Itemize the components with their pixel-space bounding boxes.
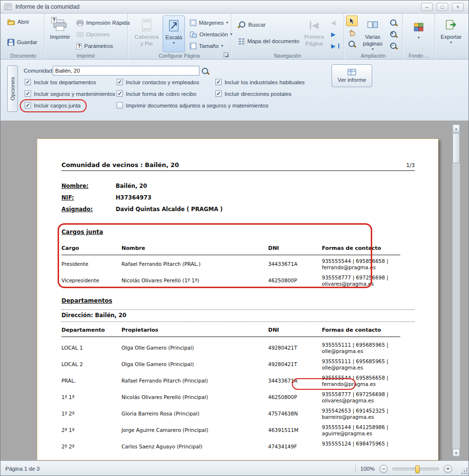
comunidad-input[interactable] bbox=[53, 66, 199, 76]
scale-button[interactable]: Escala ▾ bbox=[163, 15, 185, 52]
parameters-button[interactable]: ? Parámetros bbox=[75, 41, 115, 51]
search-button[interactable]: Buscar bbox=[236, 19, 268, 30]
zoom-in-button[interactable]: + bbox=[388, 29, 399, 40]
zoom-button[interactable] bbox=[388, 17, 399, 28]
group-label-navegacion: Navegación bbox=[231, 53, 344, 59]
margins-label: Márgenes bbox=[199, 20, 224, 26]
checkbox-incluir-departamentos[interactable]: ✓ Incluir los departamentos bbox=[25, 79, 96, 85]
header-footer-label: Cabecera y Pie bbox=[133, 34, 161, 47]
last-page-button[interactable]: ▶ bbox=[329, 41, 341, 51]
options-panel: Opciones Comunidad: ✓ Incluir los depart… bbox=[0, 60, 469, 121]
scroll-up-icon[interactable]: ▲ bbox=[453, 124, 460, 132]
zoom-out-button[interactable]: − bbox=[388, 41, 399, 51]
group-label-configurar: Configurar Página bbox=[128, 53, 231, 59]
close-icon[interactable]: × bbox=[452, 3, 464, 11]
multiple-pages-button[interactable]: Varias páginas ▾ bbox=[360, 15, 386, 52]
magnifier-icon bbox=[390, 19, 397, 27]
comunidad-label: Comunidad: bbox=[24, 68, 54, 74]
report-field-nif: NIF: H37364973 bbox=[61, 194, 352, 201]
page-info: Página 1 de 3 bbox=[5, 466, 40, 472]
report-field-asignado: Asignado: David Quintas Alcalde ( PRAGMA… bbox=[61, 206, 352, 213]
column-header: Propietarios bbox=[121, 327, 158, 333]
ribbon-group-documento: Abrir Guardar Documento bbox=[2, 14, 45, 60]
column-header: Departamento bbox=[61, 327, 105, 333]
size-button[interactable]: Tamaño ▾ bbox=[188, 41, 225, 51]
margins-button[interactable]: Márgenes ▾ bbox=[188, 17, 230, 28]
orientation-button[interactable]: Orientación ▾ bbox=[188, 29, 234, 40]
resize-grip-icon[interactable] bbox=[461, 468, 468, 475]
folder-open-icon bbox=[7, 18, 15, 25]
export-button[interactable]: Exportar ▾ bbox=[439, 15, 464, 52]
search-icon bbox=[238, 21, 246, 29]
hand-tool-button[interactable] bbox=[346, 27, 358, 38]
comunidad-search-button[interactable] bbox=[200, 66, 211, 76]
pointer-tool-button[interactable] bbox=[346, 15, 358, 26]
print-options-button[interactable]: Opciones bbox=[75, 29, 112, 40]
direccion-line: Dirección: Bailén, 20 bbox=[61, 312, 126, 319]
report-page: Comunidad de vecinos : Bailén, 20 1/3 No… bbox=[37, 138, 439, 461]
parameters-label: Parámetros bbox=[84, 43, 113, 49]
ribbon-group-configurar-pagina: Cabecera y Pie Escala ▾ Márgenes ▾ Orien… bbox=[128, 14, 231, 60]
checkbox-label: Incluir seguros y mantenimientos bbox=[34, 91, 115, 97]
group-label-ampliacion: Ampliación bbox=[344, 53, 402, 59]
checkbox-box: ✓ bbox=[117, 102, 123, 108]
checkbox-box: ✓ bbox=[215, 91, 222, 97]
minimize-icon[interactable]: – bbox=[421, 3, 433, 11]
checkbox-incluir-cargos-junta[interactable]: ✓ Incluir cargos junta bbox=[25, 102, 81, 108]
open-button[interactable]: Abrir bbox=[5, 16, 31, 27]
orientation-icon bbox=[190, 31, 197, 38]
column-header: Cargo bbox=[61, 245, 79, 251]
checkbox-incluir-seguros[interactable]: ✓ Incluir seguros y mantenimientos bbox=[25, 91, 115, 97]
document-map-button[interactable]: Mapa del documento bbox=[236, 36, 301, 46]
table-row: PRAL. Rafael Ferrando Pitarch (Principal… bbox=[61, 375, 400, 390]
table-row: 1º 2ª Gloria Barreiro Rosa (Principal) 4… bbox=[61, 408, 400, 423]
next-page-button[interactable]: ▶ bbox=[329, 29, 337, 40]
zoom-slider-thumb[interactable] bbox=[415, 465, 420, 473]
column-header: Nombre bbox=[121, 245, 145, 251]
zoom-slider[interactable] bbox=[393, 468, 439, 470]
save-button[interactable]: Guardar bbox=[5, 37, 39, 47]
zoom-level: 100% bbox=[361, 466, 375, 472]
checkbox-imprimir-adjuntos[interactable]: ✓ Imprimir documentos adjuntos a seguros… bbox=[117, 102, 269, 108]
quick-print-button[interactable]: Impresión Rápida bbox=[75, 17, 132, 28]
print-options-icon bbox=[76, 31, 84, 38]
checkbox-label: Incluir contactos y empleados bbox=[126, 79, 199, 85]
checkbox-incluir-industriales[interactable]: ✓ Incluir los industriales habituales bbox=[215, 79, 305, 85]
zoom-tool-button[interactable] bbox=[346, 39, 358, 49]
check-icon: ✓ bbox=[118, 91, 122, 96]
parameters-question-icon: ? bbox=[76, 43, 82, 49]
vertical-scrollbar[interactable]: ▲ ▼ bbox=[452, 124, 460, 457]
check-icon: ✓ bbox=[26, 103, 30, 108]
ribbon-group-exportar: Exportar ▾ bbox=[435, 14, 467, 60]
scrollbar-thumb[interactable] bbox=[453, 133, 460, 163]
checkbox-incluir-direcciones[interactable]: ✓ Incluir direcciones postales bbox=[215, 91, 291, 97]
previous-page-button[interactable]: ◀ bbox=[329, 17, 337, 28]
checkbox-box: ✓ bbox=[117, 79, 123, 85]
zoom-out-button[interactable]: − bbox=[379, 465, 388, 473]
ribbon-group-ampliacion: Varias páginas ▾ + − Ampliación bbox=[344, 14, 403, 60]
print-button[interactable]: ? Imprimir bbox=[47, 15, 73, 52]
zoom-in-button[interactable]: + bbox=[444, 465, 452, 473]
checkbox-incluir-forma-cobro[interactable]: ✓ Incluir forma de cobro recibo bbox=[117, 91, 197, 97]
checkbox-box: ✓ bbox=[215, 79, 222, 85]
group-label-fondo: Fondo ... bbox=[403, 53, 435, 59]
checkbox-incluir-contactos-empleados[interactable]: ✓ Incluir contactos y empleados bbox=[117, 79, 199, 85]
hand-icon bbox=[348, 29, 355, 36]
pointer-icon bbox=[349, 17, 355, 25]
header-footer-button[interactable]: Cabecera y Pie bbox=[133, 15, 161, 52]
options-tab-label: Opciones bbox=[10, 77, 15, 101]
multiple-pages-label: Varias páginas bbox=[360, 34, 386, 47]
maximize-icon[interactable]: □ bbox=[437, 3, 448, 11]
ver-informe-button[interactable]: Ver informe bbox=[332, 64, 372, 87]
first-page-icon: ◀ bbox=[310, 18, 319, 32]
ribbon-group-fondo: ▾ Fondo ... bbox=[403, 14, 435, 60]
departamentos-heading: Departamentos bbox=[61, 297, 112, 304]
header-footer-icon bbox=[141, 19, 152, 31]
report-title-row: Comunidad de vecinos : Bailén, 20 1/3 bbox=[61, 161, 415, 171]
first-page-button[interactable]: ◀ Primera Página bbox=[302, 15, 326, 52]
checkbox-label: Incluir los industriales habituales bbox=[225, 79, 305, 85]
field-value: Bailén, 20 bbox=[116, 183, 147, 189]
background-color-button[interactable]: ▾ bbox=[408, 17, 429, 49]
tab-opciones[interactable]: Opciones bbox=[7, 65, 18, 112]
scroll-down-icon[interactable]: ▼ bbox=[453, 449, 460, 457]
